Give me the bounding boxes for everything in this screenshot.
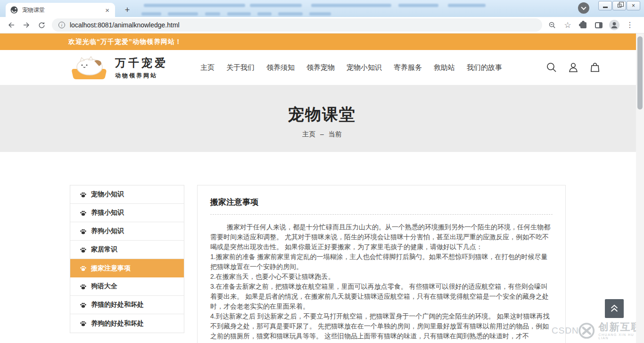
sidebar-item[interactable]: 狗语大全 [70, 277, 184, 296]
sidebar-item[interactable]: 养狗小知识 [70, 222, 184, 241]
blurred-background-window [141, 12, 161, 16]
close-button[interactable]: × [627, 1, 640, 10]
article-paragraph: 1.搬家前的准备 搬家前家里肯定乱的一塌糊涂，主人也会忙得脚打后脑勺。如果不想惊… [210, 252, 553, 272]
back-button[interactable] [4, 18, 19, 32]
article-title: 搬家注意事项 [210, 197, 553, 208]
breadcrumb-home[interactable]: 主页 [302, 130, 315, 138]
sidebar-item-label: 养狗的好处和坏处 [91, 319, 144, 328]
browser-tab[interactable]: 宠物课堂 × [6, 3, 115, 17]
blurred-background-window [227, 12, 251, 16]
sidebar-item[interactable]: 养猫小知识 [70, 204, 184, 222]
new-tab-button[interactable]: + [122, 4, 133, 16]
welcome-banner: 欢迎光临“万千宠爱”动物领养网站！ [0, 33, 644, 50]
nav-item[interactable]: 我们的故事 [467, 63, 502, 72]
side-panel-icon [595, 22, 603, 28]
window-controls: × [598, 1, 640, 10]
restore-button[interactable] [612, 1, 626, 10]
paw-icon [80, 265, 87, 272]
double-chevron-up-icon [609, 303, 619, 314]
browser-window: 宠物课堂 × + × i localhost:8081/animal [0, 0, 644, 343]
blurred-background-window [448, 4, 486, 7]
nav-item[interactable]: 领养须知 [266, 63, 295, 72]
blurred-background-window [278, 12, 303, 16]
side-panel-button[interactable] [593, 19, 605, 31]
avatar-icon [609, 19, 620, 31]
page-info-icon[interactable]: i [58, 22, 65, 28]
search-icon[interactable] [546, 62, 557, 73]
forward-button[interactable] [19, 18, 34, 32]
extensions-button[interactable] [577, 19, 589, 31]
browser-toolbar: i localhost:8081/animalknowledge.html ☆ [0, 17, 644, 33]
paw-icon [80, 209, 87, 217]
back-to-top-button[interactable] [605, 299, 624, 318]
article-paragraph: 2.在搬家当天，也要小心不要让猫咪跑丢。 [210, 272, 553, 282]
nav-item[interactable]: 寄养服务 [394, 63, 422, 72]
blurred-background-window [205, 12, 220, 16]
blurred-background-window [144, 4, 245, 7]
partner-logo-icon [578, 322, 595, 340]
sidebar-item[interactable]: 宠物小知识 [70, 185, 184, 204]
cat-basket-logo-icon [70, 55, 110, 80]
article-divider [210, 214, 553, 215]
blurred-background-window [257, 12, 272, 16]
logo-subtitle: 动物领养网站 [115, 72, 168, 80]
article-body: 搬家对于任何人来说，都是十分忙碌而且压力山大的。从一个熟悉的环境搬到另外一个陌生… [210, 222, 553, 341]
restore-icon [618, 4, 621, 8]
page-scrollbar[interactable] [636, 33, 644, 343]
browser-profile-chevron-button[interactable] [578, 2, 589, 14]
bookmark-star-icon[interactable]: ☆ [561, 19, 574, 31]
zoom-out-icon [548, 21, 556, 29]
breadcrumb: 主页 – 当前 [0, 130, 644, 139]
zoom-button[interactable] [546, 19, 558, 31]
nav-item[interactable]: 救助站 [434, 63, 455, 72]
reload-button[interactable] [34, 18, 49, 32]
sidebar-item-label: 宠物小知识 [91, 190, 124, 199]
shopping-bag-icon[interactable] [589, 62, 601, 73]
tab-close-icon[interactable]: × [104, 6, 110, 14]
paw-icon [80, 246, 87, 253]
sidebar-item[interactable]: 家居常识 [70, 241, 184, 259]
page-hero: 宠物课堂 主页 – 当前 [0, 85, 644, 152]
url-text[interactable]: localhost:8081/animalknowledge.html [70, 21, 180, 29]
partner-watermark: 创新互联 CHUANG XIN HU LIAN [578, 322, 644, 340]
paw-icon [80, 228, 87, 235]
site-header: 万千宠爱 动物领养网站 主页关于我们领养须知领养宠物宠物小知识寄养服务救助站我们… [0, 50, 644, 85]
article-paragraph: 3.在准备去新家之前，把猫咪放在航空箱里，里面可以再放点零食。 有些猫咪可以很好… [210, 282, 553, 311]
blurred-background-window [311, 4, 391, 7]
blurred-background-window [250, 4, 302, 7]
paw-icon [80, 191, 87, 198]
paw-icon [80, 301, 87, 309]
article-paragraph: 搬家对于任何人来说，都是十分忙碌而且压力山大的。从一个熟悉的环境搬到另外一个陌生… [210, 222, 553, 252]
nav-item[interactable]: 领养宠物 [306, 63, 335, 72]
reload-icon [38, 21, 46, 29]
url-bar[interactable]: i localhost:8081/animalknowledge.html [52, 18, 542, 32]
sidebar-item[interactable]: 养狗的好处和坏处 [70, 314, 184, 333]
chevron-down-icon [581, 5, 586, 10]
article-paragraph: 4.到达新家之后 到达新家之后，不要立马打开航空箱，把猫咪置身于一个广阔的完全陌… [210, 311, 553, 341]
nav-item[interactable]: 主页 [200, 63, 215, 72]
page-title: 宠物课堂 [0, 104, 644, 125]
browser-menu-icon[interactable]: ⋮ [624, 19, 636, 31]
profile-avatar[interactable] [608, 19, 620, 31]
site-logo[interactable]: 万千宠爱 动物领养网站 [70, 55, 168, 80]
main-nav: 主页关于我们领养须知领养宠物宠物小知识寄养服务救助站我们的故事 [200, 50, 502, 85]
puzzle-icon [580, 22, 586, 28]
sidebar-item[interactable]: 养猫的好处和坏处 [70, 296, 184, 314]
minimize-icon [603, 7, 608, 8]
minimize-button[interactable] [598, 1, 612, 10]
scrollbar-thumb[interactable] [637, 36, 643, 109]
user-icon[interactable] [568, 62, 579, 73]
logo-title: 万千宠爱 [115, 56, 168, 70]
sidebar-item-label: 搬家注意事项 [91, 264, 131, 273]
nav-item[interactable]: 宠物小知识 [347, 63, 382, 72]
blurred-background-window [398, 4, 438, 7]
sidebar-item[interactable]: 搬家注意事项 [70, 259, 184, 277]
blurred-background-window [309, 12, 331, 16]
tab-title: 宠物课堂 [22, 6, 104, 14]
header-icons [546, 50, 601, 85]
blurred-background-window [168, 12, 198, 16]
nav-item[interactable]: 关于我们 [226, 63, 255, 72]
sidebar-item-label: 家居常识 [91, 245, 117, 254]
sidebar-item-label: 狗语大全 [91, 282, 117, 291]
sidebar-item-label: 养猫的好处和坏处 [91, 301, 144, 309]
